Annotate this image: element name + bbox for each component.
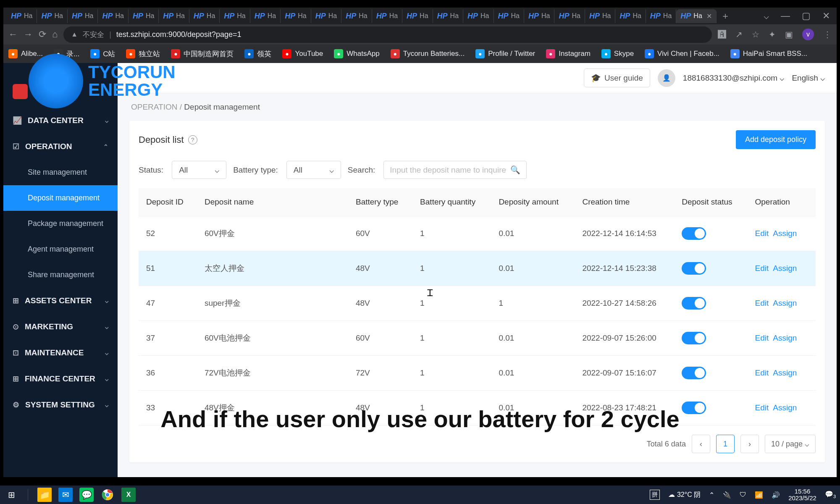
assign-link[interactable]: Assign [773,403,797,412]
sidebar-item-system[interactable]: ⚙SYSTEM SETTING⌵ [3,392,118,418]
status-toggle[interactable] [682,227,706,240]
battery-type-select[interactable]: All⌵ [286,161,341,179]
taskbar-clock[interactable]: 15:56 2023/5/22 [788,488,816,502]
status-toggle[interactable] [682,402,706,414]
browser-tab[interactable]: HPHa [615,9,646,23]
browser-tab[interactable]: HPHa [402,9,433,23]
edit-link[interactable]: Edit [755,229,769,238]
bookmark-item[interactable]: ●WhatsApp [334,49,379,58]
maximize-icon[interactable]: ▢ [802,10,811,21]
table-row[interactable]: 36 72V电池押金 72V 1 0.01 2022-09-07 15:16:0… [139,356,816,391]
status-toggle[interactable] [682,367,706,379]
browser-tab[interactable]: HPHa [554,9,585,23]
menu-icon[interactable]: ⋮ [823,29,832,39]
sidebar-item-assets[interactable]: ⊞ASSETS CENTER⌵ [3,288,118,314]
minimize-icon[interactable]: — [781,10,790,21]
sidebar-item-deposit[interactable]: Deposit management [3,185,118,211]
browser-tab[interactable]: HPHa [433,9,463,23]
assign-link[interactable]: Assign [773,299,797,307]
page-size-select[interactable]: 10 / page ⌵ [765,435,816,453]
sidebar-item-agent[interactable]: Agent management [3,236,118,262]
browser-tab[interactable]: HPHa [646,9,676,23]
edit-link[interactable]: Edit [755,368,769,377]
assign-link[interactable]: Assign [773,368,797,377]
browser-tab[interactable]: HPHa [68,9,98,23]
status-toggle[interactable] [682,332,706,344]
table-row[interactable]: 47 super押金 48V 1 1 2022-10-27 14:58:26 E… [139,286,816,321]
tray-usb-icon[interactable]: 🔌 [723,491,731,499]
status-toggle[interactable] [682,262,706,275]
table-row[interactable]: 52 60V押金 60V 1 0.01 2022-12-14 16:14:53 … [139,216,816,251]
sidebar-item-data-center[interactable]: 📈DATA CENTER⌵ [3,108,118,134]
prev-page-button[interactable]: ‹ [692,435,710,453]
close-icon[interactable]: ✕ [822,10,830,21]
page-number[interactable]: 1 [716,435,735,453]
browser-tab[interactable]: HPHa [494,9,524,23]
table-row[interactable]: 37 60V电池押金 60V 1 0.01 2022-09-07 15:26:0… [139,321,816,356]
user-guide-button[interactable]: 🎓User guide [584,68,650,87]
next-page-button[interactable]: › [740,435,759,453]
add-deposit-button[interactable]: Add deposit policy [736,130,816,149]
close-icon[interactable]: ✕ [706,12,712,20]
table-row[interactable]: 33 48V押金 48V 1 0.01 2022-08-23 17:48:21 … [139,391,816,425]
bookmark-item[interactable]: ●Tycorun Batteries... [391,49,465,58]
forward-icon[interactable]: → [24,29,33,40]
bookmark-item[interactable]: ●中国制造网首页 [171,49,234,59]
bookmark-item[interactable]: ●领英 [244,49,271,59]
reload-icon[interactable]: ⟳ [39,29,46,40]
bookmark-item[interactable]: ●Skype [601,49,634,58]
edit-link[interactable]: Edit [755,333,769,342]
file-explorer-icon[interactable]: 📁 [37,488,52,502]
browser-tab[interactable]: HPHa [372,9,402,23]
sidebar-item-finance[interactable]: ⊞FINANCE CENTER⌵ [3,366,118,392]
bookmark-item[interactable]: ●YouTube [282,49,323,58]
browser-tab[interactable]: HPHa [189,9,220,23]
browser-tab[interactable]: HPHa [463,9,494,23]
start-button[interactable]: ⊞ [4,488,18,502]
browser-tab[interactable]: HPHa [585,9,615,23]
sidebar-item-share[interactable]: Share management [3,262,118,288]
excel-icon[interactable]: X [121,488,136,502]
new-tab-button[interactable]: ＋ [717,7,738,25]
wechat-icon[interactable]: 💬 [79,488,94,502]
bookmark-item[interactable]: ●HaiPai Smart BSS... [730,49,807,58]
edit-link[interactable]: Edit [755,264,769,273]
sidepanel-icon[interactable]: ▣ [785,29,793,39]
browser-tab[interactable]: HPHa [220,9,250,23]
table-row[interactable]: 51 太空人押金 48V 1 0.01 2022-12-14 15:23:38 … [139,251,816,286]
home-icon[interactable]: ⌂ [52,29,58,40]
star-icon[interactable]: ☆ [752,29,759,39]
tray-wifi-icon[interactable]: 📶 [755,491,763,499]
browser-tab[interactable]: HPHa [159,9,189,23]
sidebar-item-maintenance[interactable]: ⊡MAINTENANCE⌵ [3,340,118,366]
notifications-icon[interactable]: 💬3 [825,490,836,499]
search-input[interactable]: Input the deposit name to inquire🔍 [383,161,527,179]
browser-tab[interactable]: HPHa [129,9,159,23]
bookmark-item[interactable]: ●Instagram [546,49,591,58]
sidebar-item-site[interactable]: Site management [3,160,118,185]
avatar[interactable]: 👤 [658,69,675,87]
status-toggle[interactable] [682,297,706,310]
profile-avatar[interactable]: v [802,29,814,40]
user-email[interactable]: 18816833130@szhipi.com ⌵ [683,73,785,83]
ime-icon[interactable]: 拼 [650,490,660,500]
browser-tab[interactable]: HPHa [98,9,128,23]
search-icon[interactable]: 🔍 [510,165,520,175]
url-input[interactable]: ▲ 不安全 | test.szhipi.com:9000/deposit?pag… [63,26,712,43]
browser-tab-active[interactable]: HPHa✕ [676,9,716,23]
translate-icon[interactable]: 🅰 [718,30,726,39]
browser-tab[interactable]: HPHa [524,9,554,23]
browser-tab[interactable]: HPHa [7,9,37,23]
tray-chevron-icon[interactable]: ⌃ [709,491,714,499]
assign-link[interactable]: Assign [773,264,797,273]
status-select[interactable]: All⌵ [172,161,226,179]
bookmark-item[interactable]: ●Profile / Twitter [475,49,535,58]
back-icon[interactable]: ← [8,29,18,40]
help-icon[interactable]: ? [188,135,197,144]
edit-link[interactable]: Edit [755,403,769,412]
assign-link[interactable]: Assign [773,333,797,342]
browser-tab[interactable]: HPHa [341,9,372,23]
chevron-down-icon[interactable]: ⌵ [764,10,769,21]
tray-volume-icon[interactable]: 🔊 [772,491,780,499]
tray-security-icon[interactable]: 🛡 [740,491,746,499]
